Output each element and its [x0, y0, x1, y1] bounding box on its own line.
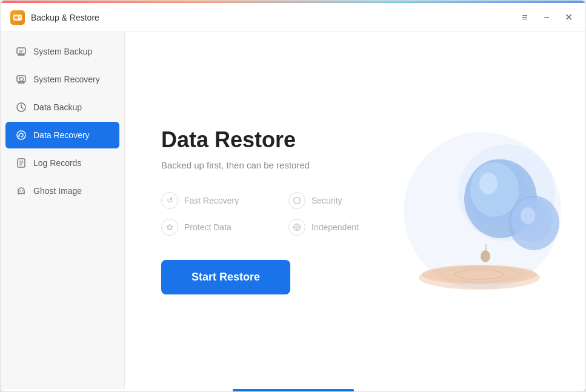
log-records-icon — [15, 157, 27, 169]
sidebar-item-ghost-image[interactable]: Ghost Image — [5, 178, 119, 204]
system-recovery-icon — [15, 73, 27, 85]
bottom-indicator-bar — [233, 389, 354, 391]
sidebar-item-data-backup[interactable]: Data Backup — [5, 94, 119, 121]
feature-security: Security — [288, 192, 391, 209]
sidebar: System Backup System Recovery — [1, 32, 125, 389]
sidebar-item-system-backup[interactable]: System Backup — [5, 38, 119, 65]
data-recovery-icon — [15, 129, 27, 141]
independent-icon — [288, 219, 305, 236]
svg-point-11 — [296, 226, 298, 228]
sidebar-label-data-backup: Data Backup — [33, 102, 82, 112]
features-grid: ↺ Fast Recovery Security — [161, 192, 391, 236]
sidebar-item-data-recovery[interactable]: Data Recovery — [5, 122, 119, 148]
feature-protect-data: Protect Data — [161, 219, 264, 236]
feature-independent: Independent — [288, 219, 391, 236]
sidebar-label-ghost-image: Ghost Image — [33, 186, 82, 196]
title-bar: Backup & Restore ≡ − ✕ — [1, 3, 585, 32]
page-subtitle: Backed up first, then can be restored — [161, 160, 549, 170]
main-layout: System Backup System Recovery — [1, 32, 585, 389]
svg-point-9 — [22, 190, 23, 191]
data-backup-icon — [15, 101, 27, 113]
menu-button[interactable]: ≡ — [518, 10, 532, 25]
close-button[interactable]: ✕ — [561, 10, 576, 25]
system-backup-icon — [15, 45, 27, 58]
content-area: Data Restore Backed up first, then can b… — [125, 32, 585, 389]
protect-data-icon — [161, 219, 178, 236]
content-left: Data Restore Backed up first, then can b… — [161, 127, 549, 294]
minimize-button[interactable]: − — [539, 10, 554, 25]
feature-security-label: Security — [311, 196, 342, 205]
ghost-image-icon — [15, 185, 27, 197]
sidebar-label-system-recovery: System Recovery — [33, 75, 100, 84]
sidebar-label-log-records: Log Records — [33, 158, 81, 168]
feature-protect-data-label: Protect Data — [184, 222, 231, 232]
fast-recovery-icon: ↺ — [161, 192, 178, 209]
sidebar-item-system-recovery[interactable]: System Recovery — [5, 66, 119, 93]
svg-point-6 — [17, 131, 25, 139]
feature-fast-recovery: ↺ Fast Recovery — [161, 192, 264, 209]
sidebar-label-data-recovery: Data Recovery — [33, 130, 90, 140]
svg-rect-2 — [19, 16, 21, 18]
svg-rect-1 — [15, 16, 18, 19]
feature-fast-recovery-label: Fast Recovery — [184, 196, 239, 205]
page-title: Data Restore — [161, 127, 549, 153]
security-icon — [288, 192, 305, 209]
app-title: Backup & Restore — [31, 13, 99, 22]
app-window: Backup & Restore ≡ − ✕ System Backup — [0, 0, 586, 392]
window-controls: ≡ − ✕ — [518, 10, 576, 25]
sidebar-item-log-records[interactable]: Log Records — [5, 150, 119, 176]
app-icon — [10, 10, 25, 25]
start-restore-button[interactable]: Start Restore — [161, 260, 290, 294]
sidebar-label-system-backup: System Backup — [33, 47, 92, 56]
feature-independent-label: Independent — [311, 222, 359, 232]
svg-point-8 — [19, 190, 21, 191]
